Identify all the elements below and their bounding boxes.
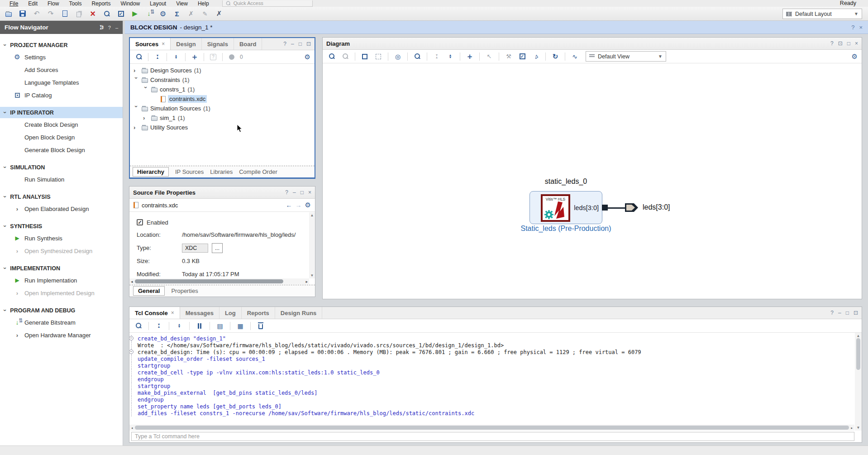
- vertical-scrollbar[interactable]: ▲▼: [309, 212, 315, 278]
- help-icon[interactable]: ?: [851, 24, 854, 31]
- subtab-libraries[interactable]: Libraries: [210, 168, 233, 175]
- flow-item-ip-catalog[interactable]: IP Catalog: [0, 89, 123, 101]
- tab-reports[interactable]: Reports: [242, 307, 275, 319]
- float-icon[interactable]: ⊡: [854, 310, 858, 316]
- back-icon[interactable]: ←: [286, 201, 292, 209]
- block-port-label[interactable]: leds[3:0]: [574, 204, 599, 211]
- close-icon[interactable]: ×: [859, 24, 863, 31]
- tcl-command-input[interactable]: [131, 432, 854, 441]
- redo-icon[interactable]: ↷: [46, 9, 56, 19]
- new-doc-icon[interactable]: [60, 9, 70, 19]
- tree-row-contraints-xdc[interactable]: contraints.xdc: [130, 94, 315, 104]
- help-icon[interactable]: ?: [108, 25, 111, 30]
- fit-icon[interactable]: [360, 52, 370, 62]
- copy-icon[interactable]: [74, 9, 84, 19]
- zoom-in-icon[interactable]: [327, 52, 337, 62]
- tree-row-design-sources[interactable]: ›Design Sources(1): [130, 66, 315, 75]
- tree-row-utility-sources[interactable]: ›Utility Sources: [130, 123, 315, 132]
- tab-sources[interactable]: Sources×: [130, 38, 171, 50]
- menu-layout[interactable]: Layout: [145, 0, 171, 7]
- find-icon[interactable]: [102, 9, 112, 19]
- forward-icon[interactable]: →: [296, 201, 302, 209]
- copy-lines-icon[interactable]: ▤: [215, 321, 225, 331]
- interface-icon[interactable]: ∿: [570, 52, 580, 62]
- zoom-out-icon[interactable]: [340, 52, 350, 62]
- maximize-icon[interactable]: □: [846, 310, 849, 316]
- help-box-icon[interactable]: ?: [208, 52, 218, 62]
- diagram-canvas[interactable]: static_leds_0 Vitis™ HLS: [323, 63, 862, 299]
- chevron-down-icon[interactable]: ›: [133, 77, 140, 83]
- ip-block[interactable]: Vitis™ HLS: [529, 191, 602, 224]
- external-port-label[interactable]: leds[3:0]: [643, 203, 670, 211]
- search-icon[interactable]: [134, 321, 143, 331]
- save-icon[interactable]: [18, 9, 28, 19]
- menu-file[interactable]: File: [5, 0, 23, 7]
- float-icon[interactable]: ⊡: [838, 40, 843, 47]
- float-icon[interactable]: ⊡: [306, 41, 311, 47]
- flow-item-generate-block-design[interactable]: Generate Block Design: [0, 144, 123, 156]
- search-icon[interactable]: [134, 52, 144, 62]
- maximize-icon[interactable]: □: [847, 40, 850, 47]
- pointer-icon[interactable]: ↖: [484, 52, 494, 62]
- pause-icon[interactable]: [195, 321, 205, 331]
- flow-item-open-hardware-manager[interactable]: ›Open Hardware Manager: [0, 329, 123, 341]
- bitstream-icon[interactable]: ↓01 10: [144, 9, 154, 19]
- disabled-x-icon[interactable]: ✗: [186, 9, 196, 19]
- menu-edit[interactable]: Edit: [23, 0, 43, 7]
- menu-window[interactable]: Window: [115, 0, 145, 7]
- flow-item-open-synthesized-design[interactable]: ›Open Synthesized Design: [0, 244, 123, 257]
- view-selector-dropdown[interactable]: Default View ▼: [586, 51, 666, 62]
- tree-row-sim-1[interactable]: ›sim_1(1): [130, 113, 315, 123]
- pin-icon[interactable]: ⊿: [531, 52, 541, 62]
- status-circle-icon[interactable]: [227, 52, 237, 62]
- expand-all-icon[interactable]: ▴▾: [445, 52, 455, 62]
- minimize-icon[interactable]: ‒: [293, 189, 296, 196]
- close-icon[interactable]: ×: [855, 40, 858, 47]
- run-icon[interactable]: ▶: [130, 9, 140, 19]
- vertical-scrollbar[interactable]: ▲▼: [855, 333, 862, 431]
- menu-reports[interactable]: Reports: [86, 0, 115, 7]
- flow-item-run-synthesis[interactable]: ▶Run Synthesis: [0, 232, 123, 244]
- external-port-icon[interactable]: [625, 203, 638, 212]
- tree-row-constrs-1[interactable]: ›constrs_1(1): [130, 85, 315, 94]
- tree-row-simulation-sources[interactable]: ›Simulation Sources(1): [130, 104, 315, 113]
- chevron-right-icon[interactable]: ›: [134, 67, 139, 74]
- plus-icon[interactable]: ＋: [465, 52, 475, 62]
- tab-design[interactable]: Design: [171, 38, 201, 50]
- wrench-icon[interactable]: ⚒: [504, 52, 514, 62]
- flow-item-run-simulation[interactable]: Run Simulation: [0, 173, 123, 186]
- menu-tools[interactable]: Tools: [64, 0, 86, 7]
- maximize-icon[interactable]: □: [300, 189, 304, 196]
- flow-section-header-program-and-debug[interactable]: ›PROGRAM AND DEBUG: [0, 305, 123, 316]
- flow-item-language-templates[interactable]: Language Templates: [0, 76, 123, 89]
- expand-all-icon[interactable]: ▴▾: [174, 321, 184, 331]
- chevron-right-icon[interactable]: ›: [143, 115, 149, 121]
- collapse-marker-icon[interactable]: −: [129, 350, 134, 354]
- horizontal-scrollbar[interactable]: ◂▸: [129, 425, 854, 431]
- delete-icon[interactable]: ×: [88, 9, 98, 19]
- flow-item-open-implemented-design[interactable]: ›Open Implemented Design: [0, 287, 123, 299]
- chevron-down-icon[interactable]: ›: [143, 86, 149, 92]
- refresh-icon[interactable]: ↻: [550, 52, 560, 62]
- expand-all-icon[interactable]: ▴▾: [171, 52, 181, 62]
- help-icon[interactable]: ?: [283, 41, 286, 47]
- subtab-properties[interactable]: Properties: [171, 287, 198, 294]
- area-select-icon[interactable]: [373, 52, 383, 62]
- flow-item-open-elaborated-design[interactable]: ›Open Elaborated Design: [0, 202, 123, 215]
- flow-section-header-project-manager[interactable]: ›PROJECT MANAGER: [0, 39, 123, 51]
- collapse-all-gray-icon[interactable]: ▾▴: [432, 52, 442, 62]
- sigma-icon[interactable]: Σ: [172, 9, 182, 19]
- flow-section-header-implementation[interactable]: ›IMPLEMENTATION: [0, 263, 123, 274]
- close-icon[interactable]: ×: [308, 189, 311, 196]
- flow-item-generate-bitstream[interactable]: ↓01 10Generate Bitstream: [0, 316, 123, 329]
- chevron-down-icon[interactable]: ›: [133, 105, 140, 111]
- minimize-icon[interactable]: ‒: [838, 310, 841, 316]
- tab-design-runs[interactable]: Design Runs: [275, 307, 322, 319]
- validate-box-icon[interactable]: ✓: [517, 52, 527, 62]
- tab-messages[interactable]: Messages: [180, 307, 219, 319]
- flow-section-header-ip-integrator[interactable]: ›IP INTEGRATOR: [0, 107, 123, 118]
- subtab-hierarchy[interactable]: Hierarchy: [133, 167, 169, 177]
- settings-icon[interactable]: ⚙: [158, 9, 168, 19]
- menu-view[interactable]: View: [171, 0, 193, 7]
- tab-board[interactable]: Board: [234, 38, 262, 50]
